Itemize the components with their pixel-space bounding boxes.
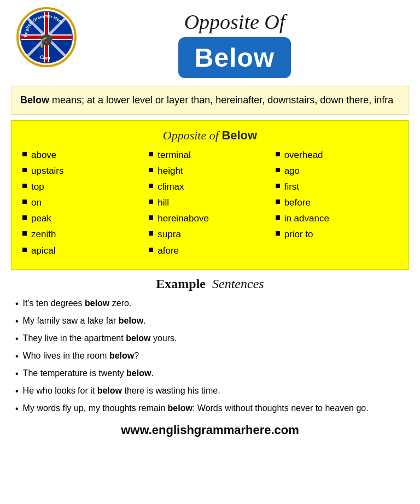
bullet-icon xyxy=(22,231,27,236)
definition-text: means; at a lower level or layer than, h… xyxy=(49,95,393,106)
list-item: height xyxy=(149,165,271,177)
list-item: hill xyxy=(149,197,271,209)
example-item: • They live in the apartment below yours… xyxy=(15,332,405,345)
list-item: zenith xyxy=(22,228,144,241)
list-item: overhead xyxy=(276,149,398,161)
bullet-icon xyxy=(149,215,153,220)
list-item: on xyxy=(22,197,144,209)
definition-section: Below means; at a lower level or layer t… xyxy=(11,86,409,115)
list-item: in advance xyxy=(276,213,398,225)
list-item: top xyxy=(22,181,144,193)
examples-title: Example Sentences xyxy=(15,277,405,291)
bullet-icon xyxy=(149,231,153,236)
header-title-block: Opposite Of Below xyxy=(60,10,409,78)
list-item: apical xyxy=(22,245,144,257)
example-item: • The temperature is twenty below. xyxy=(15,367,405,380)
bullet-icon: • xyxy=(15,367,19,380)
example-item: • It's ten degrees below zero. xyxy=(15,297,405,310)
examples-title-rest: Sentences xyxy=(212,277,264,291)
list-item: climax xyxy=(149,181,271,193)
example-text: They live in the apartment below yours. xyxy=(23,332,177,345)
list-item: ago xyxy=(276,165,398,177)
bullet-icon xyxy=(149,152,153,156)
opposites-column-2: terminal height climax hill hereinabove … xyxy=(147,149,273,261)
opposite-title-prefix: Opposite of xyxy=(163,128,222,142)
list-item: terminal xyxy=(149,149,271,161)
bullet-icon xyxy=(276,215,280,220)
bullet-icon xyxy=(22,184,27,188)
example-item: • My words fly up, my thoughts remain be… xyxy=(15,402,405,415)
opposite-title-word: Below xyxy=(221,128,257,142)
list-item: supra xyxy=(149,228,271,241)
footer-url: www.englishgrammarhere.com xyxy=(11,423,409,437)
bullet-icon xyxy=(149,184,153,188)
bullet-icon: • xyxy=(15,332,19,345)
example-item: • My family saw a lake far below. xyxy=(15,314,405,328)
example-text: It's ten degrees below zero. xyxy=(23,297,132,310)
list-item: above xyxy=(22,149,144,161)
opposite-section: Opposite of Below above upstairs top on … xyxy=(11,120,409,270)
bullet-icon xyxy=(276,184,280,188)
examples-title-bold: Example xyxy=(156,277,206,291)
example-text: The temperature is twenty below. xyxy=(23,367,154,380)
opposites-column-3: overhead ago first before in advance pri… xyxy=(273,149,400,261)
bullet-icon: • xyxy=(15,385,19,398)
example-text: Who lives in the room below? xyxy=(23,349,139,362)
bullet-icon xyxy=(276,152,280,156)
bullet-icon xyxy=(276,168,280,172)
bullet-icon xyxy=(22,200,27,204)
list-item: hereinabove xyxy=(149,213,271,225)
opposites-grid: above upstairs top on peak zenith apical… xyxy=(20,149,400,261)
bullet-icon: • xyxy=(15,315,19,328)
example-text: He who looks for it below there is wasti… xyxy=(23,384,220,397)
list-item: before xyxy=(276,197,398,209)
bullet-icon xyxy=(22,152,27,156)
bullet-icon xyxy=(276,231,280,236)
bullet-icon xyxy=(22,168,27,172)
list-item: peak xyxy=(22,213,144,225)
opposites-column-1: above upstairs top on peak zenith apical xyxy=(20,149,147,261)
example-text: My words fly up, my thoughts remain belo… xyxy=(23,402,369,415)
bullet-icon: • xyxy=(15,402,19,415)
example-item: • Who lives in the room below? xyxy=(15,349,405,363)
list-item: prior to xyxy=(276,228,398,241)
title-word: Below xyxy=(195,43,275,72)
logo-circle: 🎓 English Grammar Here .Com xyxy=(16,7,77,67)
header-section: 🎓 English Grammar Here .Com Opposite Of xyxy=(11,10,409,78)
examples-section: Example Sentences • It's ten degrees bel… xyxy=(11,277,409,415)
bullet-icon: • xyxy=(15,297,19,310)
bullet-icon xyxy=(276,200,280,204)
bullet-icon xyxy=(22,215,27,220)
bullet-icon xyxy=(149,248,153,252)
opposite-section-title: Opposite of Below xyxy=(20,128,400,143)
title-opposite-of: Opposite Of xyxy=(60,10,409,34)
list-item: afore xyxy=(149,245,271,257)
logo-inner: 🎓 English Grammar Here .Com xyxy=(20,11,73,63)
bullet-icon: • xyxy=(15,350,19,363)
bullet-icon xyxy=(149,168,153,172)
definition-word: Below xyxy=(20,95,49,106)
bullet-icon xyxy=(22,248,27,252)
list-item: upstairs xyxy=(22,165,144,177)
svg-text:🎓: 🎓 xyxy=(38,31,56,49)
bullet-icon xyxy=(149,200,153,204)
title-word-box: Below xyxy=(178,37,291,78)
example-item: • He who looks for it below there is was… xyxy=(15,384,405,398)
example-text: My family saw a lake far below. xyxy=(23,314,146,327)
list-item: first xyxy=(276,181,398,193)
page-wrapper: 🎓 English Grammar Here .Com Opposite Of xyxy=(0,0,420,446)
